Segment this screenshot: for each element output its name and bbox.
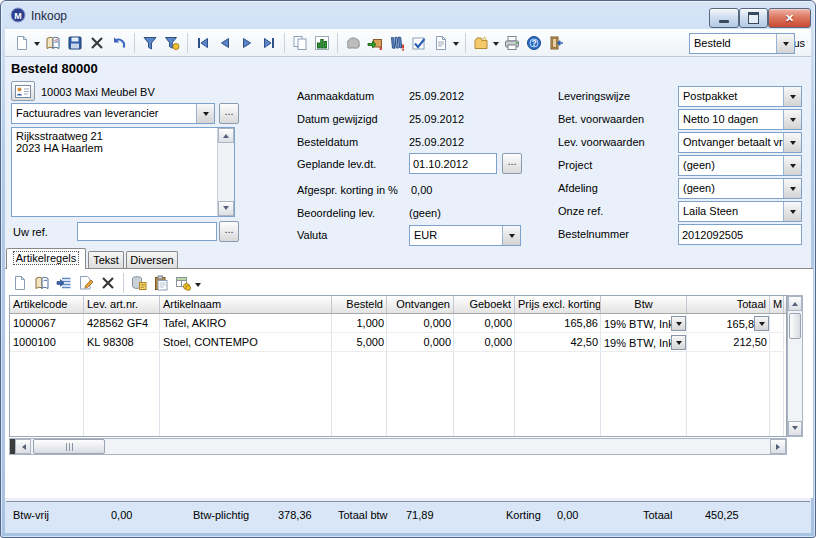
scrollbar-track[interactable] (105, 439, 770, 454)
aanmaakdatum-value: 25.09.2012 (409, 90, 464, 102)
exit-button[interactable] (546, 33, 566, 53)
lev-voorwaarden-combobox[interactable]: Ontvanger betaalt vra (678, 132, 802, 153)
col-artikelcode[interactable]: Artikelcode (10, 296, 84, 313)
col-geboekt[interactable]: Geboekt (454, 296, 515, 313)
copy-from-register-button[interactable] (129, 273, 149, 293)
supplier-lookup-button[interactable] (11, 81, 35, 101)
col-artikelnaam[interactable]: Artikelnaam (160, 296, 332, 313)
save-button[interactable] (65, 33, 85, 53)
address-type-dropdown-button[interactable] (196, 104, 214, 123)
address-browse-button[interactable]: ... (219, 103, 239, 124)
grid-settings-dropdown-icon[interactable] (195, 283, 201, 290)
geplande-levdt-browse-button[interactable]: ... (502, 153, 522, 174)
address-book-button[interactable] (43, 33, 63, 53)
line-list-button[interactable] (32, 273, 52, 293)
filter-button[interactable] (140, 33, 160, 53)
report-dropdown-icon[interactable] (453, 42, 459, 49)
address-book-icon (45, 35, 61, 51)
report-button[interactable] (431, 33, 451, 53)
address-scrollbar[interactable] (217, 128, 234, 216)
status-combobox[interactable]: Besteld (689, 33, 795, 54)
transfer-button-disabled[interactable] (343, 33, 363, 53)
col-lev-artnr[interactable]: Lev. art.nr. (84, 296, 160, 313)
insert-line-button[interactable] (54, 273, 74, 293)
close-button[interactable]: ✕ (768, 8, 811, 28)
statistics-button[interactable] (312, 33, 332, 53)
your-ref-input[interactable] (77, 222, 217, 241)
scroll-down-button[interactable] (788, 421, 802, 436)
first-record-button[interactable] (193, 33, 213, 53)
afdeling-combobox[interactable]: (geen) (678, 178, 802, 199)
col-ontvangen[interactable]: Ontvangen (387, 296, 454, 313)
paste-line-button[interactable] (151, 273, 171, 293)
tab-diversen[interactable]: Diversen (126, 251, 178, 269)
new-order-button[interactable] (12, 33, 32, 53)
onze-ref-dropdown-button[interactable] (783, 202, 801, 221)
grid-vertical-scrollbar[interactable] (787, 295, 803, 437)
table-row[interactable]: 1000100 KL 98308 Stoel, CONTEMPO 5,000 0… (10, 333, 786, 352)
help-button[interactable]: ? (524, 33, 544, 53)
project-combobox[interactable]: (geen) (678, 155, 802, 176)
horizontal-scroll-thumb[interactable] (33, 439, 105, 454)
col-besteld[interactable]: Besteld (332, 296, 387, 313)
duplicate-button[interactable] (290, 33, 310, 53)
project-dropdown-button[interactable] (783, 156, 801, 175)
toolbar-separator (123, 273, 124, 293)
filter-remove-button[interactable] (162, 33, 182, 53)
col-truncated[interactable]: M (770, 296, 784, 313)
scroll-down-button[interactable] (218, 201, 234, 216)
previous-record-button[interactable] (215, 33, 235, 53)
scroll-up-button[interactable] (788, 296, 802, 311)
tab-artikelregels[interactable]: Artikelregels (6, 248, 86, 269)
onze-ref-combobox[interactable]: Laila Steen (678, 201, 802, 222)
afdeling-dropdown-button[interactable] (783, 179, 801, 198)
minimize-button[interactable] (709, 8, 739, 28)
leveringswijze-dropdown-button[interactable] (783, 87, 801, 106)
receive-goods-button[interactable] (365, 33, 385, 53)
valuta-dropdown-button[interactable] (502, 226, 520, 245)
maximize-button[interactable] (739, 8, 768, 28)
next-record-button[interactable] (237, 33, 257, 53)
grid-settings-button[interactable] (173, 273, 193, 293)
invoice-journal-button[interactable] (387, 33, 407, 53)
btw-dropdown-button[interactable] (671, 335, 686, 350)
bet-voorwaarden-dropdown-button[interactable] (783, 110, 801, 129)
last-record-button[interactable] (259, 33, 279, 53)
cell-ontvangen: 0,000 (387, 314, 454, 333)
scroll-right-button[interactable] (770, 439, 786, 454)
totaal-dropdown-button[interactable] (754, 316, 769, 331)
your-ref-browse-button[interactable]: ... (219, 221, 239, 242)
address-textarea[interactable]: Rijksstraatweg 21 2023 HA Haarlem (11, 127, 235, 217)
vertical-scroll-thumb[interactable] (789, 313, 801, 339)
wizard-dropdown-icon[interactable] (493, 42, 499, 49)
table-row[interactable]: 1000067 428562 GF4 Tafel, AKIRO 1,000 0,… (10, 314, 786, 333)
scroll-up-button[interactable] (218, 128, 234, 143)
approve-button[interactable] (409, 33, 429, 53)
status-dropdown-button[interactable] (776, 34, 794, 53)
wizard-button[interactable] (471, 33, 491, 53)
grid-header-row[interactable]: Artikelcode Lev. art.nr. Artikelnaam Bes… (10, 296, 786, 314)
col-prijs-excl[interactable]: Prijs excl. korting (515, 296, 601, 313)
edit-line-button[interactable] (76, 273, 96, 293)
tab-tekst[interactable]: Tekst (88, 251, 124, 269)
print-button[interactable] (502, 33, 522, 53)
bet-voorwaarden-combobox[interactable]: Netto 10 dagen (678, 109, 802, 130)
new-order-dropdown-icon[interactable] (34, 42, 40, 49)
titlebar[interactable]: M Inkoop ✕ (1, 1, 815, 29)
delete-line-button[interactable] (98, 273, 118, 293)
undo-button[interactable] (109, 33, 129, 53)
valuta-combobox[interactable]: EUR (409, 225, 521, 246)
delete-button[interactable] (87, 33, 107, 53)
btw-dropdown-button[interactable] (671, 316, 686, 331)
scroll-left-button[interactable] (15, 439, 31, 454)
col-totaal[interactable]: Totaal (687, 296, 770, 313)
grid-horizontal-scrollbar[interactable] (9, 438, 787, 455)
leveringswijze-combobox[interactable]: Postpakket (678, 86, 802, 107)
geplande-levdt-input[interactable] (409, 153, 497, 174)
address-type-combobox[interactable]: Factuuradres van leverancier (11, 103, 215, 124)
article-grid[interactable]: Artikelcode Lev. art.nr. Artikelnaam Bes… (9, 295, 787, 437)
new-line-button[interactable] (10, 273, 30, 293)
col-btw[interactable]: Btw (601, 296, 687, 313)
lev-voorwaarden-dropdown-button[interactable] (783, 133, 801, 152)
bestelnummer-input[interactable] (678, 224, 802, 245)
